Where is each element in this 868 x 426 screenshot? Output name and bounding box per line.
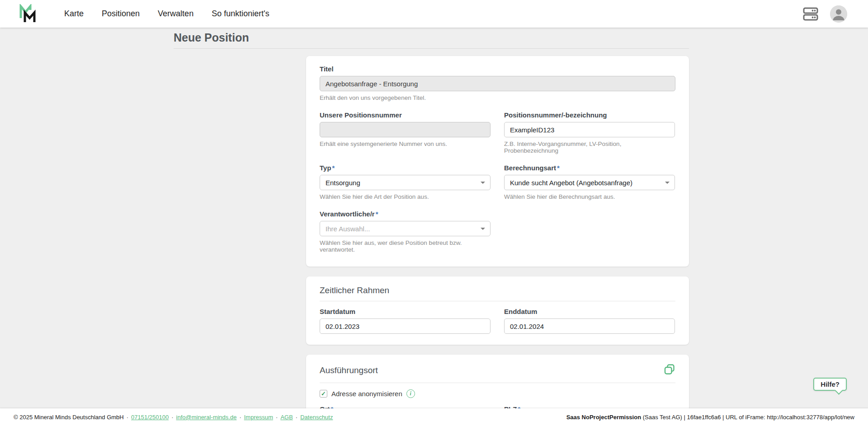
mineral-minds-logo-icon [19,4,38,24]
field-startdatum: Startdatum [320,308,491,334]
positionsnummer-helper: Z.B. Interne-Vorgangsnummer, LV-Position… [504,140,675,154]
required-asterisk: * [332,164,335,172]
field-titel: Titel Erhält den von uns vorgegebenen Ti… [320,65,675,101]
footer-link-email[interactable]: info@mineral-minds.de [176,414,237,421]
session-details: (Saas Test AG) | 16fae1ffc6a6 | URL of i… [641,414,854,421]
unsere-positionsnummer-helper: Erhält eine systemgenerierte Nummer von … [320,140,491,147]
session-permission: Saas NoProjectPermission [566,414,641,421]
footer-link-phone[interactable]: 07151/250100 [131,414,169,421]
anonymisieren-checkbox[interactable]: ✓ [320,390,327,398]
footer-link-agb[interactable]: AGB [280,414,292,421]
titel-helper: Erhält den von uns vorgegebenen Titel. [320,94,675,101]
card-position-details: Titel Erhält den von uns vorgegebenen Ti… [306,56,689,267]
field-positionsnummer: Positionsnummer/-bezeichnung Z.B. Intern… [504,111,675,154]
copyright-text: © 2025 Mineral Minds Deutschland GmbH [14,414,124,421]
brand-logo[interactable] [18,4,39,24]
field-ort: Ort* [320,405,491,408]
startdatum-label: Startdatum [320,308,491,315]
navbar: Karte Positionen Verwalten So funktionie… [0,0,868,28]
required-asterisk: * [331,405,334,408]
field-unsere-positionsnummer: Unsere Positionsnummer Erhält eine syste… [320,111,491,154]
nav-item-verwalten[interactable]: Verwalten [158,9,193,19]
zeitraum-heading: Zeitlicher Rahmen [320,286,389,295]
nav-item-positionen[interactable]: Positionen [102,9,140,19]
chevron-down-icon [481,228,485,230]
nav-item-karte[interactable]: Karte [64,9,84,19]
titel-label: Titel [320,65,675,73]
card-zeitlicher-rahmen: Zeitlicher Rahmen Startdatum Enddatum [306,276,689,345]
required-asterisk: * [376,210,378,218]
user-avatar-icon[interactable] [830,5,847,23]
berechnungsart-label: Berechnungsart* [504,164,675,172]
footer-link-impressum[interactable]: Impressum [244,414,273,421]
card-divider [320,383,675,383]
ausfuehrungsort-heading: Ausführungsort [320,365,378,375]
anonymisieren-row: ✓ Adresse anonymisieren i [320,389,675,398]
unsere-positionsnummer-label: Unsere Positionsnummer [320,111,491,119]
footer-link-datenschutz[interactable]: Datenschutz [300,414,333,421]
typ-select[interactable]: Entsorgung [320,175,491,190]
session-info: Saas NoProjectPermission (Saas Test AG) … [566,414,854,421]
berechnungsart-select[interactable]: Kunde sucht Angebot (Angebotsanfrage) [504,175,675,190]
titel-input [320,76,675,91]
title-divider [174,48,689,49]
verantwortliche-label: Verantwortliche/r* [320,210,491,218]
chevron-down-icon [665,182,670,184]
ort-label: Ort* [320,405,491,408]
verantwortliche-select[interactable]: Ihre Auswahl... [320,221,491,236]
info-icon[interactable]: i [406,389,415,398]
startdatum-input[interactable] [320,318,491,334]
copy-icon[interactable] [664,364,675,377]
field-typ: Typ* Entsorgung Wählen Sie hier die Art … [320,164,491,200]
server-list-icon[interactable] [803,7,818,21]
plz-label: PLZ* [504,405,675,408]
card-divider [320,301,675,301]
unsere-positionsnummer-input [320,122,491,137]
enddatum-label: Enddatum [504,308,675,315]
anonymisieren-label: Adresse anonymisieren [331,390,402,398]
main-area: Neue Position Titel Erhält den von uns v… [0,28,868,408]
field-plz: PLZ* [504,405,675,408]
chevron-down-icon [481,182,485,184]
typ-helper: Wählen Sie hier die Art der Position aus… [320,193,491,200]
berechnungsart-helper: Wählen Sie hier die Berechnungsart aus. [504,193,675,200]
field-berechnungsart: Berechnungsart* Kunde sucht Angebot (Ang… [504,164,675,200]
required-asterisk: * [557,164,560,172]
footer: © 2025 Mineral Minds Deutschland GmbH · … [0,408,868,426]
positionsnummer-label: Positionsnummer/-bezeichnung [504,111,675,119]
enddatum-input[interactable] [504,318,675,334]
field-verantwortliche: Verantwortliche/r* Ihre Auswahl... Wähle… [320,210,491,253]
help-button[interactable]: Hilfe? [813,378,847,391]
card-ausfuehrungsort: Ausführungsort ✓ Adresse anonymisieren i [306,355,689,408]
page-title: Neue Position [174,31,689,44]
required-asterisk: * [518,405,520,408]
positionsnummer-input[interactable] [504,122,675,137]
main-nav: Karte Positionen Verwalten So funktionie… [64,9,269,19]
field-enddatum: Enddatum [504,308,675,334]
typ-label: Typ* [320,164,491,172]
nav-item-so-funktionierts[interactable]: So funktioniert's [212,9,269,19]
verantwortliche-helper: Wählen Sie hier aus, wer diese Position … [320,239,491,253]
